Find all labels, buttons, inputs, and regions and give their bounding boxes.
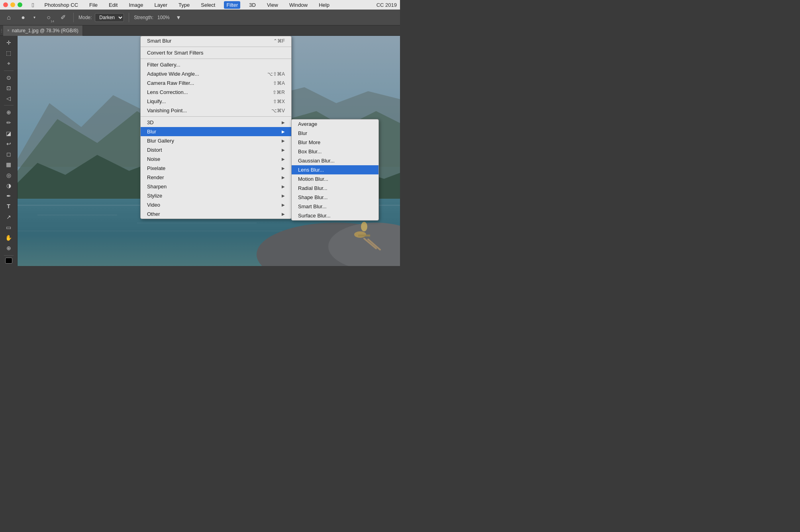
submenu-shape-blur[interactable]: Shape Blur... <box>292 193 378 202</box>
submenu-lens-blur[interactable]: Lens Blur... <box>292 165 378 174</box>
brush-size-dropdown[interactable]: ▾ <box>29 12 40 23</box>
menu-item-noise[interactable]: Noise ▶ <box>141 155 291 164</box>
submenu-blur[interactable]: Blur <box>292 129 378 138</box>
motion-blur-label: Motion Blur... <box>298 176 372 182</box>
apple-logo[interactable]:  <box>32 2 34 8</box>
menu-file[interactable]: File <box>87 1 100 9</box>
side-tool-quick-select[interactable]: ⊙ <box>3 73 14 82</box>
menu-item-liquify[interactable]: Liquify... ⇧⌘X <box>141 97 291 106</box>
side-tool-path-select[interactable]: ↗ <box>3 213 14 221</box>
foreground-color-swatch[interactable] <box>5 258 12 264</box>
sharpen-label: Sharpen <box>147 184 282 190</box>
side-tool-eraser[interactable]: ◻ <box>3 150 14 158</box>
menu-item-adaptive-wide[interactable]: Adaptive Wide Angle... ⌥⇧⌘A <box>141 69 291 78</box>
side-tool-type[interactable]: T <box>3 202 14 211</box>
menu-item-convert-smart[interactable]: Convert for Smart Filters <box>141 48 291 57</box>
tab-close-button[interactable]: × <box>7 28 10 33</box>
side-tool-zoom[interactable]: ⊕ <box>3 244 14 252</box>
menu-item-camera-raw[interactable]: Camera Raw Filter... ⇧⌘A <box>141 78 291 88</box>
submenu-motion-blur[interactable]: Motion Blur... <box>292 174 378 184</box>
side-tool-brush[interactable]: ✏ <box>3 118 14 127</box>
menu-window[interactable]: Window <box>287 1 310 9</box>
menu-item-video[interactable]: Video ▶ <box>141 200 291 209</box>
menu-item-stylize[interactable]: Stylize ▶ <box>141 191 291 200</box>
menu-item-blur[interactable]: Blur ▶ Average Blur Blur More Box Blur..… <box>141 127 291 136</box>
side-tool-eyedropper[interactable]: ◁ <box>3 94 14 103</box>
menu-item-sharpen[interactable]: Sharpen ▶ <box>141 182 291 191</box>
menu-item-distort[interactable]: Distort ▶ <box>141 145 291 155</box>
side-tool-blur[interactable]: ◎ <box>3 171 14 180</box>
smart-blur-label: Smart Blur <box>147 38 265 44</box>
noise-label: Noise <box>147 156 282 162</box>
tab-filename: nature_1.jpg @ 78.3% (RGB/8) <box>12 28 78 33</box>
radial-blur-label: Radial Blur... <box>298 185 372 191</box>
airbrush-icon[interactable]: ✐ <box>57 12 69 23</box>
side-tool-lasso[interactable]: ⌖ <box>3 59 14 68</box>
main-area: ✛ ⬚ ⌖ ⊙ ⊡ ◁ ⊕ ✏ ◪ ↩ ◻ ▦ ◎ ◑ ✒ T ↗ ▭ ✋ ⊕ <box>0 36 400 266</box>
side-tool-marquee-rect[interactable]: ⬚ <box>3 49 14 57</box>
side-tool-dodge[interactable]: ◑ <box>3 181 14 190</box>
lens-blur-label: Lens Blur... <box>298 167 372 173</box>
menu-item-blur-gallery[interactable]: Blur Gallery ▶ <box>141 136 291 145</box>
side-separator-3 <box>4 255 14 256</box>
menu-item-other[interactable]: Other ▶ <box>141 209 291 219</box>
submenu-surface-blur[interactable]: Surface Blur... <box>292 211 378 220</box>
distort-label: Distort <box>147 147 282 153</box>
video-label: Video <box>147 202 282 208</box>
separator-1 <box>73 13 74 22</box>
menu-3d[interactable]: 3D <box>247 1 258 9</box>
menu-type[interactable]: Type <box>176 1 192 9</box>
3d-arrow: ▶ <box>282 120 285 125</box>
side-tool-move[interactable]: ✛ <box>3 38 14 47</box>
submenu-box-blur[interactable]: Box Blur... <box>292 147 378 156</box>
separator-2 <box>129 13 129 22</box>
panels-toggle[interactable]: ⋮ <box>0 28 3 33</box>
close-button[interactable] <box>3 2 8 7</box>
side-tool-gradient[interactable]: ▦ <box>3 160 14 169</box>
mode-dropdown[interactable]: Darken <box>95 13 124 22</box>
lens-correction-label: Lens Correction... <box>147 89 265 95</box>
filter-menu[interactable]: Smart Blur ⌃⌘F Convert for Smart Filters… <box>140 36 292 219</box>
menu-item-3d[interactable]: 3D ▶ <box>141 118 291 127</box>
submenu-average[interactable]: Average <box>292 119 378 129</box>
blur-submenu: Average Blur Blur More Box Blur... Gauss… <box>291 119 379 221</box>
menu-select[interactable]: Select <box>198 1 218 9</box>
menu-item-lens-correction[interactable]: Lens Correction... ⇧⌘R <box>141 88 291 97</box>
foreground-color[interactable]: ● <box>18 12 29 23</box>
side-tool-crop[interactable]: ⊡ <box>3 84 14 92</box>
menu-item-render[interactable]: Render ▶ <box>141 173 291 182</box>
menu-item-filter-gallery[interactable]: Filter Gallery... <box>141 60 291 69</box>
menu-photoshop[interactable]: Photoshop CC <box>42 1 80 9</box>
menu-layer[interactable]: Layer <box>152 1 170 9</box>
strength-arrow[interactable]: ▾ <box>173 12 184 23</box>
side-tool-clone[interactable]: ◪ <box>3 129 14 138</box>
menu-help[interactable]: Help <box>316 1 332 9</box>
side-tool-hand[interactable]: ✋ <box>3 233 14 242</box>
surface-blur-label: Surface Blur... <box>298 213 372 219</box>
menu-item-pixelate[interactable]: Pixelate ▶ <box>141 164 291 173</box>
render-arrow: ▶ <box>282 175 285 180</box>
document-tab[interactable]: × nature_1.jpg @ 78.3% (RGB/8) <box>3 25 83 36</box>
submenu-smart-blur[interactable]: Smart Blur... <box>292 202 378 211</box>
other-arrow: ▶ <box>282 212 285 216</box>
menu-item-vanishing-point[interactable]: Vanishing Point... ⌥⌘V <box>141 106 291 115</box>
minimize-button[interactable] <box>10 2 15 7</box>
menu-image[interactable]: Image <box>126 1 145 9</box>
side-tool-pen[interactable]: ✒ <box>3 192 14 200</box>
menu-edit[interactable]: Edit <box>106 1 120 9</box>
menu-filter[interactable]: Filter <box>224 1 240 9</box>
side-tool-heal[interactable]: ⊕ <box>3 108 14 117</box>
side-tool-history-brush[interactable]: ↩ <box>3 139 14 148</box>
blur-simple-label: Blur <box>298 130 372 136</box>
maximize-button[interactable] <box>18 2 22 7</box>
submenu-radial-blur[interactable]: Radial Blur... <box>292 184 378 193</box>
side-tool-shape[interactable]: ▭ <box>3 223 14 232</box>
submenu-gaussian-blur[interactable]: Gaussian Blur... <box>292 156 378 165</box>
smart-blur-sub-label: Smart Blur... <box>298 203 372 209</box>
menu-view[interactable]: View <box>265 1 280 9</box>
menu-item-smart-blur[interactable]: Smart Blur ⌃⌘F <box>141 36 291 45</box>
strength-value: 100% <box>157 15 170 20</box>
home-icon[interactable]: ⌂ <box>3 12 14 23</box>
adaptive-wide-shortcut: ⌥⇧⌘A <box>267 71 285 77</box>
submenu-blur-more[interactable]: Blur More <box>292 138 378 147</box>
